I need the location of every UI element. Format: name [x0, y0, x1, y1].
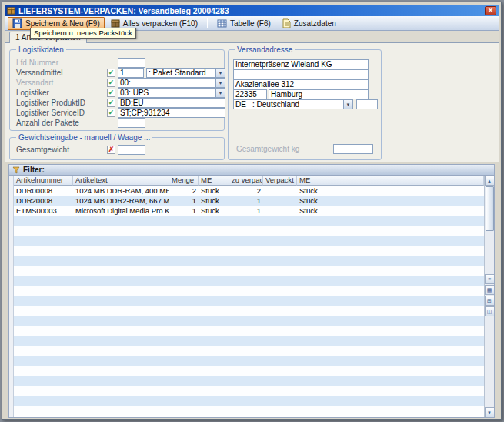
cell — [73, 406, 169, 416]
cell — [14, 386, 73, 396]
tooltip: Speichern u. neues Packstück — [30, 28, 136, 39]
field-row-versandart: Versandart ✓ 00: ▼ — [10, 78, 224, 88]
column-header[interactable]: zu verpacke — [229, 176, 263, 186]
cell — [297, 216, 332, 226]
cell-filler — [332, 376, 484, 386]
cell — [263, 236, 297, 246]
adresse-land-combo[interactable]: DE: Deutschland ▼ — [233, 99, 353, 109]
scroll-down-icon[interactable]: ▼ — [485, 407, 495, 417]
grid-tool-icon[interactable]: ▦ — [485, 285, 495, 295]
cell — [14, 346, 73, 356]
serviceid-input[interactable] — [118, 108, 225, 118]
extra-data-button[interactable]: Zusatzdaten — [277, 17, 341, 30]
gewicht-kg-input[interactable] — [333, 144, 373, 154]
close-button[interactable]: ✕ — [485, 6, 496, 15]
cell — [169, 236, 199, 246]
cell — [199, 276, 229, 286]
adresse-plz-input[interactable] — [233, 89, 267, 99]
cell — [297, 236, 332, 246]
grid-tool-icon[interactable]: ◫ — [485, 306, 495, 316]
cell — [199, 356, 229, 366]
cell — [73, 336, 169, 346]
column-header[interactable]: ME — [297, 176, 332, 186]
grid-tool-icon[interactable]: ⊞ — [485, 296, 495, 306]
cell — [297, 366, 332, 376]
column-header[interactable]: Menge — [169, 176, 199, 186]
pack-all-label: Alles verpacken (F10) — [123, 19, 198, 28]
pakete-input[interactable] — [118, 118, 145, 128]
versandart-checkbox[interactable]: ✓ — [107, 79, 115, 87]
cell — [263, 206, 297, 216]
cell: DDR20008 — [14, 196, 73, 206]
grid-body: DDR000081024 MB DDR-RAM, 400 MHz, PC-320… — [14, 186, 484, 417]
versandart-combo[interactable]: 00: ▼ — [118, 78, 225, 88]
articles-grid: Filter: ArtikelnummerArtikeltextMengeMEz… — [8, 164, 495, 418]
cell — [263, 396, 297, 406]
app-window: LIEFERSYSTEM-VERPACKEN: Versandbeleg 200… — [2, 2, 502, 420]
cell — [263, 376, 297, 386]
column-header[interactable]: ME — [199, 176, 229, 186]
versandmittel-input[interactable] — [118, 68, 144, 78]
cell-filler — [332, 286, 484, 296]
field-row-gewicht-kg: Gesamtgewicht kg — [229, 144, 381, 154]
produktid-checkbox[interactable]: ✓ — [107, 99, 115, 107]
cell — [73, 396, 169, 406]
cell — [229, 356, 263, 366]
scroll-up-icon[interactable]: ▲ — [485, 176, 495, 186]
column-header[interactable]: Artikeltext — [73, 176, 169, 186]
cell — [297, 286, 332, 296]
gesamtgewicht-checkbox[interactable]: ✗ — [107, 146, 115, 154]
adresse-land-extra-input[interactable] — [356, 99, 378, 109]
cell-filler — [332, 366, 484, 376]
cell — [263, 406, 297, 416]
cell — [14, 286, 73, 296]
cell — [73, 276, 169, 286]
logistiker-combo[interactable]: 03: UPS ▼ — [118, 88, 225, 98]
cell — [229, 236, 263, 246]
table-row[interactable]: DDR000081024 MB DDR-RAM, 400 MHz, PC-320… — [14, 186, 484, 196]
versandart-combo-value: 00: — [118, 79, 215, 87]
cell — [14, 406, 73, 416]
field-row-land: DE: Deutschland ▼ — [229, 99, 381, 109]
grid-tool-icon[interactable]: ≡ — [485, 274, 495, 284]
table-row[interactable]: ETMS00003Microsoft Digital Media Pro Key… — [14, 206, 484, 216]
scroll-tools: ≡▦⊞◫ — [485, 274, 495, 316]
lfdnummer-input[interactable] — [118, 58, 145, 68]
adresse-zusatz-input[interactable] — [233, 69, 369, 79]
field-row-lfdnummer: Lfd.Nummer — [10, 58, 224, 68]
table-button[interactable]: Tabelle (F6) — [212, 17, 275, 30]
produktid-input[interactable] — [118, 98, 225, 108]
adresse-strasse-input[interactable] — [233, 79, 369, 89]
field-row-produktid: Logistiker ProduktID ✓ — [10, 98, 224, 108]
cell — [229, 346, 263, 356]
check-icon: ✓ — [108, 89, 115, 96]
cell-filler — [332, 276, 484, 286]
cell — [263, 296, 297, 306]
cell-filler — [332, 296, 484, 306]
table-row[interactable]: DDR200081024 MB DDR2-RAM, 667 MHz, PC2-5… — [14, 196, 484, 206]
cell — [297, 396, 332, 406]
table-row-empty — [14, 236, 484, 246]
table-icon — [217, 18, 227, 28]
column-header[interactable]: Verpackt — [263, 176, 297, 186]
adresse-ort-input[interactable] — [269, 89, 369, 99]
versandmittel-combo[interactable]: : Paket Standard ▼ — [146, 68, 225, 78]
filter-bar[interactable]: Filter: — [8, 164, 495, 175]
vertical-scrollbar[interactable]: ▲ ≡▦⊞◫ ▼ — [484, 176, 494, 417]
cell — [73, 306, 169, 316]
versandmittel-checkbox[interactable]: ✓ — [107, 69, 115, 77]
gesamtgewicht-input[interactable] — [118, 145, 145, 155]
gesamtgewicht-label: Gesamtgewicht — [16, 145, 69, 155]
cell — [229, 386, 263, 396]
serviceid-checkbox[interactable]: ✓ — [107, 109, 115, 117]
logistiker-checkbox[interactable]: ✓ — [107, 89, 115, 97]
cell: Stück — [199, 186, 229, 196]
table-row-empty — [14, 386, 484, 396]
adresse-name-input[interactable] — [233, 59, 369, 69]
cell — [297, 226, 332, 236]
column-header[interactable]: Artikelnummer — [14, 176, 73, 186]
scrollbar-thumb[interactable] — [486, 186, 494, 231]
cell-filler — [332, 386, 484, 396]
cell-filler — [332, 346, 484, 356]
cell — [229, 306, 263, 316]
